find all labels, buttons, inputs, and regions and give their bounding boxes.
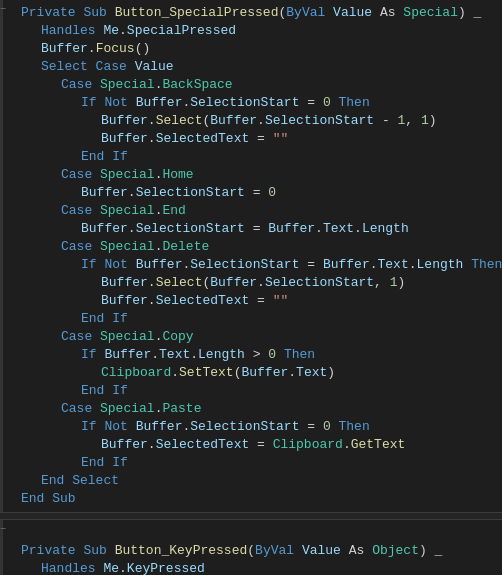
- code-token: Special: [100, 400, 155, 418]
- code-token: Buffer: [323, 256, 370, 274]
- code-token: .: [148, 436, 156, 454]
- code-token: [276, 346, 284, 364]
- code-token: ,: [405, 112, 421, 130]
- code-token: ): [398, 274, 406, 292]
- code-token: ): [327, 364, 335, 382]
- code-token: .: [370, 256, 378, 274]
- code-token: SpecialPressed: [127, 22, 236, 40]
- code-token: Value: [302, 542, 341, 560]
- code-token: (: [234, 364, 242, 382]
- code-token: Then: [339, 418, 370, 436]
- code-token: .: [171, 364, 179, 382]
- code-token: 0: [323, 94, 331, 112]
- code-token: .: [88, 40, 96, 58]
- code-token: Case: [61, 238, 100, 256]
- code-token: .: [155, 400, 163, 418]
- code-token: Me: [103, 560, 119, 575]
- code-line: End If: [3, 454, 502, 472]
- code-token: Buffer: [41, 40, 88, 58]
- code-line: If Not Buffer.SelectionStart = 0 Then: [3, 418, 502, 436]
- code-line: End Sub: [3, 490, 502, 508]
- code-token: ByVal: [286, 4, 333, 22]
- code-token: Handles: [41, 560, 103, 575]
- code-token: Then: [339, 94, 370, 112]
- code-token: 0: [323, 418, 331, 436]
- code-line: End If: [3, 148, 502, 166]
- code-token: .: [182, 256, 190, 274]
- code-token: Button_KeyPressed: [115, 542, 248, 560]
- code-token: 1: [421, 112, 429, 130]
- code-line: Handles Me.KeyPressed: [3, 560, 502, 575]
- code-token: "": [273, 292, 289, 310]
- code-token: .: [315, 220, 323, 238]
- code-token: (: [247, 542, 255, 560]
- code-token: =: [245, 184, 268, 202]
- code-token: .: [182, 94, 190, 112]
- code-token: [463, 256, 471, 274]
- code-token: ByVal: [255, 542, 302, 560]
- code-token: Buffer: [268, 220, 315, 238]
- code-token: Buffer: [210, 274, 257, 292]
- code-token: .: [257, 274, 265, 292]
- code-token: Private: [21, 542, 83, 560]
- code-token: =: [249, 130, 272, 148]
- code-token: Buffer: [101, 274, 148, 292]
- code-line: Case Special.Delete: [3, 238, 502, 256]
- code-line: If Not Buffer.SelectionStart = 0 Then: [3, 94, 502, 112]
- code-token: (: [202, 274, 210, 292]
- code-line: Buffer.SelectionStart = Buffer.Text.Leng…: [3, 220, 502, 238]
- code-token: Length: [417, 256, 464, 274]
- code-token: Copy: [162, 328, 193, 346]
- code-token: Sub: [83, 542, 114, 560]
- code-token: =: [249, 292, 272, 310]
- code-token: .: [119, 560, 127, 575]
- code-token: ) _: [458, 4, 481, 22]
- code-token: Text: [159, 346, 190, 364]
- code-token: Special: [403, 4, 458, 22]
- code-container: −Private Sub Button_SpecialPressed(ByVal…: [0, 0, 502, 575]
- code-token: End Select: [41, 472, 119, 490]
- code-token: .: [190, 346, 198, 364]
- code-token: Focus: [96, 40, 135, 58]
- code-token: SetText: [179, 364, 234, 382]
- code-token: .: [155, 166, 163, 184]
- code-token: If: [81, 418, 104, 436]
- collapse-marker-2[interactable]: −: [0, 524, 10, 535]
- code-token: .: [155, 328, 163, 346]
- code-token: Delete: [162, 238, 209, 256]
- code-token: ): [429, 112, 437, 130]
- code-token: Buffer: [101, 112, 148, 130]
- code-token: Select: [156, 274, 203, 292]
- code-token: -: [374, 112, 397, 130]
- collapse-marker-1[interactable]: −: [0, 4, 10, 15]
- code-line: Case Special.Paste: [3, 400, 502, 418]
- code-token: Clipboard: [273, 436, 343, 454]
- code-token: .: [128, 220, 136, 238]
- code-line: Buffer.SelectionStart = 0: [3, 184, 502, 202]
- code-token: Buffer: [136, 418, 183, 436]
- code-token: Then: [471, 256, 502, 274]
- code-token: Length: [198, 346, 245, 364]
- code-token: Then: [284, 346, 315, 364]
- code-token: Private: [21, 4, 83, 22]
- code-token: If: [81, 94, 104, 112]
- code-token: Select: [156, 112, 203, 130]
- code-token: Buffer: [101, 292, 148, 310]
- code-token: SelectionStart: [136, 220, 245, 238]
- code-token: ) _: [419, 542, 442, 560]
- code-token: Not: [104, 94, 135, 112]
- code-token: Case: [61, 76, 100, 94]
- code-token: (: [278, 4, 286, 22]
- code-token: =: [249, 436, 272, 454]
- code-token: (): [135, 40, 151, 58]
- code-token: If: [81, 346, 104, 364]
- code-token: Buffer: [104, 346, 151, 364]
- code-token: .: [409, 256, 417, 274]
- code-token: Buffer: [241, 364, 288, 382]
- code-line: Case Special.BackSpace: [3, 76, 502, 94]
- code-token: End If: [81, 382, 128, 400]
- code-token: SelectionStart: [136, 184, 245, 202]
- code-token: Me: [103, 22, 119, 40]
- code-line: Buffer.SelectedText = "": [3, 130, 502, 148]
- code-token: Special: [100, 76, 155, 94]
